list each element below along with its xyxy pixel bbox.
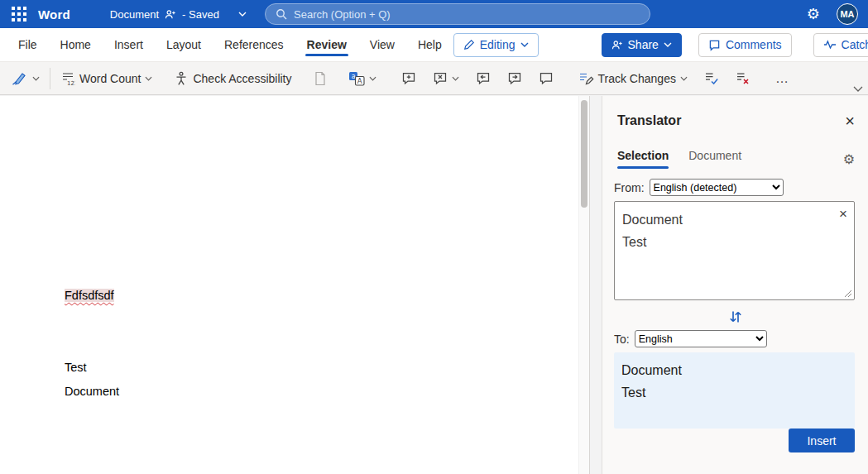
delete-comment-button[interactable]	[428, 65, 464, 92]
share-button[interactable]: Share	[602, 33, 682, 57]
more-options-button[interactable]: …	[770, 65, 795, 92]
chevron-down-icon	[32, 76, 40, 81]
to-language-row: To: English	[602, 325, 868, 347]
editor-pen-button[interactable]	[7, 65, 45, 92]
source-text-line: Document	[622, 208, 834, 231]
close-icon[interactable]: ×	[845, 113, 855, 129]
track-changes-label: Track Changes	[598, 72, 676, 85]
check-accessibility-button[interactable]: Check Accessibility	[169, 65, 296, 92]
comments-label: Comments	[726, 38, 782, 51]
document-text-line[interactable]: Fdfsdfsdf	[65, 289, 114, 302]
insert-button[interactable]: Insert	[789, 429, 855, 452]
chevron-down-icon	[452, 76, 459, 81]
menu-item-file[interactable]: File	[7, 28, 49, 61]
source-text-box[interactable]: Document Test ×	[614, 201, 855, 300]
next-comment-icon	[507, 71, 522, 85]
scrollbar-thumb[interactable]	[581, 100, 587, 208]
reject-changes-button[interactable]	[731, 65, 755, 92]
from-language-select[interactable]: English (detected)	[650, 179, 784, 196]
chevron-down-icon	[145, 76, 152, 81]
accessibility-person-icon	[174, 71, 189, 86]
comment-bubble-icon	[708, 39, 721, 51]
menu-bar: File Home Insert Layout References Revie…	[0, 28, 868, 62]
accept-changes-button[interactable]	[699, 65, 724, 92]
result-text-line: Test	[621, 381, 847, 404]
app-name[interactable]: Word	[38, 7, 70, 22]
chevron-down-icon	[369, 76, 376, 81]
chevron-down-icon	[664, 42, 672, 47]
tab-selection[interactable]: Selection	[617, 149, 669, 169]
top-bar: Word Document - Saved ⚙ MA	[0, 0, 868, 28]
collapse-ribbon-chevron-icon[interactable]	[853, 86, 863, 92]
document-name[interactable]: Document	[110, 8, 159, 21]
menu-item-insert[interactable]: Insert	[103, 28, 155, 61]
result-text-line: Document	[621, 359, 847, 381]
word-count-icon: 123	[60, 71, 75, 86]
page-icon	[314, 71, 327, 86]
document-options-chevron-icon[interactable]	[238, 12, 247, 17]
translate-icon: aA	[348, 71, 365, 86]
catch-up-button[interactable]: Catch up	[813, 33, 868, 57]
document-title-group[interactable]: Document - Saved	[110, 8, 247, 21]
svg-text:123: 123	[67, 79, 75, 86]
translation-result-box: Document Test	[614, 352, 855, 429]
from-language-row: From: English (detected)	[602, 169, 868, 196]
menu-item-review[interactable]: Review	[295, 28, 358, 61]
from-label: From:	[614, 181, 645, 194]
word-count-label: Word Count	[79, 72, 141, 85]
editing-label: Editing	[480, 38, 516, 51]
editor-pen-icon	[12, 71, 28, 86]
avatar[interactable]: MA	[837, 3, 858, 25]
to-language-select[interactable]: English	[635, 330, 767, 347]
previous-comment-button[interactable]	[471, 65, 496, 92]
translator-panel: Translator × Selection Document ⚙ From: …	[602, 96, 868, 474]
app-launcher-icon[interactable]	[12, 7, 26, 22]
show-comments-button[interactable]	[534, 65, 559, 92]
swap-row	[602, 300, 868, 325]
document-canvas[interactable]: Fdfsdfsdf Test Document	[0, 96, 590, 474]
share-label: Share	[628, 38, 659, 51]
menu-item-references[interactable]: References	[213, 28, 295, 61]
menu-item-layout[interactable]: Layout	[155, 28, 213, 61]
menu-item-home[interactable]: Home	[49, 28, 103, 61]
menu-item-view[interactable]: View	[358, 28, 406, 61]
resize-handle-icon[interactable]	[844, 290, 852, 298]
document-text-line[interactable]: Test	[65, 361, 87, 374]
page-icon-button[interactable]	[309, 65, 332, 92]
vertical-scrollbar[interactable]	[578, 96, 589, 474]
translate-button[interactable]: aA	[343, 65, 381, 92]
svg-text:A: A	[357, 77, 362, 85]
menu-item-help[interactable]: Help	[406, 28, 453, 61]
save-status: - Saved	[182, 8, 219, 21]
search-input[interactable]	[294, 8, 640, 21]
clear-source-icon[interactable]: ×	[839, 207, 847, 221]
tab-document[interactable]: Document	[688, 149, 741, 169]
check-accessibility-label: Check Accessibility	[193, 72, 291, 85]
translator-title: Translator	[617, 113, 681, 128]
reject-change-icon	[736, 71, 751, 85]
settings-gear-icon[interactable]: ⚙	[807, 7, 820, 22]
pencil-icon	[463, 39, 475, 50]
toolbar-separator	[50, 68, 50, 89]
track-changes-icon	[578, 71, 594, 86]
translator-header: Translator ×	[602, 96, 868, 129]
shared-people-icon	[165, 9, 176, 20]
search-icon	[276, 8, 287, 20]
track-changes-button[interactable]: Track Changes	[573, 65, 693, 92]
editing-mode-button[interactable]: Editing	[453, 33, 539, 57]
swap-languages-icon[interactable]	[727, 309, 744, 325]
delete-comment-icon	[433, 71, 448, 85]
topbar-right-group: ⚙ MA	[807, 3, 858, 25]
comments-button[interactable]: Comments	[698, 33, 792, 57]
new-comment-button[interactable]	[396, 65, 421, 92]
document-text-line[interactable]: Document	[65, 385, 119, 398]
next-comment-button[interactable]	[502, 65, 527, 92]
menu-actions-group: Editing Share Comments	[453, 33, 868, 57]
translator-tabs: Selection Document ⚙	[602, 129, 868, 169]
to-label: To:	[614, 333, 630, 346]
new-comment-icon	[401, 71, 416, 85]
word-count-button[interactable]: 123 Word Count	[55, 65, 157, 92]
search-box[interactable]	[265, 3, 650, 25]
translator-settings-gear-icon[interactable]: ⚙	[843, 151, 855, 167]
chevron-down-icon	[680, 76, 688, 81]
